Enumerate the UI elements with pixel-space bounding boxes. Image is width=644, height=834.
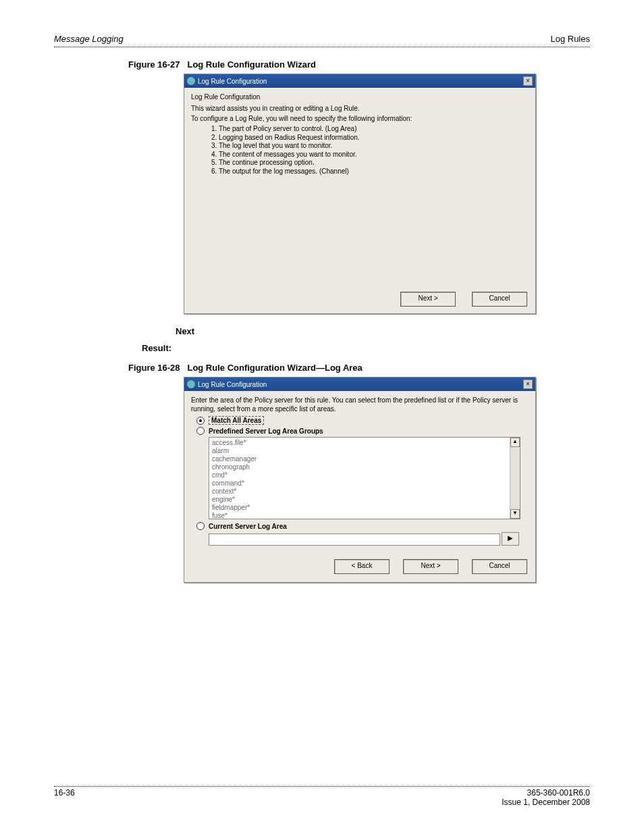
list-item[interactable]: context*: [212, 488, 517, 496]
wizard-1-title-text: Log Rule Configuration: [198, 78, 267, 85]
wizard-2-cancel-button[interactable]: Cancel: [472, 559, 527, 574]
list-item: 5. The continue processing option.: [211, 159, 529, 167]
radio-match-all[interactable]: [196, 417, 205, 425]
wizard-2-window: Log Rule Configuration × Enter the area …: [184, 377, 536, 583]
list-item: 1. The part of Policy server to control.…: [211, 125, 529, 134]
wizard-2-title-text: Log Rule Configuration: [198, 381, 267, 388]
list-item[interactable]: chronograph: [212, 463, 517, 471]
figure-28-number: Figure 16-28: [128, 363, 180, 373]
radio-predefined-row[interactable]: Predefined Server Log Area Groups: [196, 427, 529, 435]
wizard-1-cancel-button[interactable]: Cancel: [472, 292, 527, 307]
step-action-next: Next: [176, 326, 590, 336]
list-item: 4. The content of messages you want to m…: [211, 151, 529, 159]
scroll-down-button[interactable]: ▼: [510, 509, 520, 519]
header-rule: [54, 47, 590, 47]
wizard-2-next-button[interactable]: Next >: [403, 559, 458, 574]
wizard-1-intro-1: This wizard assists you in creating or e…: [191, 105, 529, 112]
radio-predefined-label: Predefined Server Log Area Groups: [209, 427, 323, 435]
wizard-2-intro: Enter the area of the Policy server for …: [191, 396, 529, 413]
list-item[interactable]: fieldmapper*: [212, 504, 517, 512]
page-header: Message Logging Log Rules: [54, 34, 590, 44]
listbox-scrollbar[interactable]: ▲ ▼: [510, 438, 520, 519]
figure-28-caption: Figure 16-28 Log Rule Configuration Wiza…: [128, 363, 590, 373]
scroll-up-button[interactable]: ▲: [510, 438, 520, 447]
footer-rule: [54, 786, 590, 787]
wizard-1-close-button[interactable]: ×: [523, 76, 533, 86]
radio-current[interactable]: [196, 522, 205, 530]
list-item: 2. Logging based on Radius Request infor…: [211, 134, 529, 142]
list-item[interactable]: fuse*: [212, 512, 517, 519]
footer-issue-date: Issue 1, December 2008: [502, 798, 590, 807]
figure-27-number: Figure 16-27: [128, 59, 180, 70]
list-item: 3. The log level that you want to monito…: [211, 142, 529, 151]
predefined-listbox[interactable]: access.file* alarm cachemanager chronogr…: [209, 437, 520, 519]
list-item[interactable]: cmd*: [212, 471, 517, 479]
footer-doc-id: 365-360-001R6.0: [502, 788, 590, 798]
radio-current-label: Current Server Log Area: [209, 523, 287, 530]
wizard-1-intro-2: To configure a Log Rule, you will need t…: [191, 115, 529, 122]
wizard-2-titlebar: Log Rule Configuration ×: [184, 377, 535, 391]
list-item[interactable]: engine*: [212, 496, 517, 504]
wizard-1-requirements-list: 1. The part of Policy server to control.…: [211, 125, 529, 176]
result-label: Result:: [142, 343, 590, 353]
footer-page-number: 16-36: [54, 788, 75, 807]
list-item[interactable]: alarm: [212, 447, 517, 455]
wizard-1-titlebar: Log Rule Configuration ×: [184, 74, 535, 88]
list-item[interactable]: command*: [212, 479, 517, 488]
radio-predefined[interactable]: [196, 427, 205, 435]
current-area-input[interactable]: [209, 533, 500, 546]
current-area-go-button[interactable]: ▶: [502, 532, 519, 546]
radio-match-all-label: Match All Areas: [209, 416, 264, 425]
radio-match-all-row[interactable]: Match All Areas: [196, 416, 529, 425]
header-left: Message Logging: [54, 34, 124, 44]
radio-current-row[interactable]: Current Server Log Area: [196, 522, 529, 530]
wizard-2-app-icon: [187, 380, 195, 388]
page-footer: 16-36 365-360-001R6.0 Issue 1, December …: [54, 788, 590, 807]
header-right: Log Rules: [550, 34, 590, 44]
wizard-1-app-icon: [187, 77, 195, 85]
wizard-1-next-button[interactable]: Next >: [400, 292, 456, 307]
figure-27-caption: Figure 16-27 Log Rule Configuration Wiza…: [128, 59, 590, 70]
wizard-1-section-title: Log Rule Configuration: [191, 93, 529, 101]
list-item[interactable]: cachemanager: [212, 455, 517, 463]
figure-27-title: Log Rule Configuration Wizard: [187, 59, 316, 70]
wizard-2-close-button[interactable]: ×: [523, 380, 533, 389]
wizard-1-window: Log Rule Configuration × Log Rule Config…: [184, 74, 536, 314]
list-item[interactable]: access.file*: [212, 439, 517, 447]
wizard-2-back-button[interactable]: < Back: [334, 559, 390, 574]
figure-28-title: Log Rule Configuration Wizard—Log Area: [187, 363, 362, 373]
list-item: 6. The output for the log messages. (Cha…: [211, 167, 529, 176]
